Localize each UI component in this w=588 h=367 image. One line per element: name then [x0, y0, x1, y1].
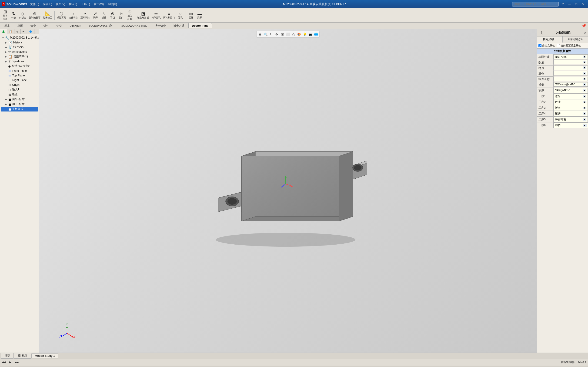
tab-sketch[interactable]: 草图	[14, 23, 26, 29]
tab-doctor-plus[interactable]: Doctor_Plus	[188, 23, 212, 28]
prop-dropdown-process3[interactable]: ▼	[583, 107, 586, 109]
view-btn-lights[interactable]: 💡	[302, 32, 307, 37]
tree-item-right-plane[interactable]: ▭ Right Plane	[1, 78, 38, 83]
tree-item-material[interactable]: ◈ 材质 <未指定>	[1, 64, 38, 68]
tab-custom-prop[interactable]: 自定义模...	[537, 36, 563, 43]
tab-basic[interactable]: 基本	[1, 23, 14, 29]
tab-evaluate[interactable]: 评估	[53, 23, 66, 29]
btn-fold[interactable]: ⤡ 折叠	[100, 11, 108, 20]
minimize-button[interactable]: ─	[567, 2, 572, 7]
bottom-tab-3dview[interactable]: 3D 视图	[14, 353, 31, 359]
btn-stretch-bend[interactable]: ↕ 拉伸切除	[68, 11, 79, 20]
prop-dropdown-quantity[interactable]: ▼	[583, 61, 586, 63]
prop-dropdown-process4[interactable]: ▼	[583, 112, 586, 115]
prop-dropdown-color[interactable]: ▼	[583, 72, 586, 75]
btn-fold-unfold[interactable]: 📐 边缘法兰	[42, 11, 53, 20]
btn-normal-cut[interactable]: ✂ 正常切除	[79, 11, 91, 20]
prop-value-process1[interactable]: 激光 ▼	[553, 93, 588, 99]
btn-form-tool[interactable]: ⬡ 成形工具	[56, 11, 67, 20]
view-btn-camera[interactable]: 📷	[308, 32, 313, 37]
view-btn-appearance[interactable]: 🎨	[297, 32, 302, 37]
right-panel-collapse[interactable]: 《	[538, 30, 543, 35]
btn-no-cut[interactable]: ⊗ 不切	[108, 11, 117, 20]
view-btn-scene[interactable]: 🌐	[313, 32, 319, 37]
btn-basic-flange[interactable]: ⊞ 基本 法兰	[1, 9, 9, 22]
view-btn-zoom-in[interactable]: 🔍	[263, 32, 268, 37]
checkbox-config-label[interactable]: 当前配置特定属性	[557, 44, 581, 47]
view-btn-section[interactable]: ▣	[280, 32, 285, 37]
prop-dropdown-material[interactable]: ▼	[583, 67, 586, 69]
prop-dropdown-partname[interactable]: ▼	[583, 78, 586, 80]
tree-item-process-fold1[interactable]: ▶ ◼ 加工-折弯1	[1, 102, 38, 107]
tab-sw-mbd[interactable]: SOLIDWORKS MBD	[118, 23, 151, 28]
menu-insert[interactable]: 插入(I)	[69, 2, 77, 6]
menu-help[interactable]: 帮助(H)	[107, 2, 117, 6]
prop-value-process2[interactable]: 数冲 ▼	[553, 99, 588, 105]
prop-value-process6[interactable]: 冲桥 ▼	[553, 122, 588, 128]
tab-weldment[interactable]: 焊件	[40, 23, 52, 29]
tree-item-expand-fold1[interactable]: ▶ ◼ 展平-折弯1	[1, 97, 38, 102]
right-panel-close[interactable]: ✕	[584, 31, 587, 35]
prop-value-process5[interactable]: 冲百叶窗 ▼	[553, 117, 588, 122]
tab-doctor-rect[interactable]: 博士方通	[170, 23, 188, 29]
tab-sw-plugins[interactable]: SOLIDWORKS 插件	[85, 23, 117, 29]
btn-sheet-control[interactable]: ≡ 薄片和圆口	[162, 11, 176, 20]
menu-tools[interactable]: 工具(T)	[81, 2, 90, 6]
properties-tab[interactable]: 📋	[7, 29, 14, 34]
view-btn-display[interactable]: ⬜	[285, 32, 291, 37]
tree-item-flat-pattern[interactable]: ◼ 平板型式	[1, 107, 38, 111]
prop-dropdown-process6[interactable]: ▼	[583, 124, 587, 127]
bottom-tab-motion[interactable]: Motion Study 1	[31, 353, 58, 359]
view-btn-zoom-fit[interactable]: ⊕	[258, 32, 263, 37]
prop-value-mass[interactable]: "SW-mass@<NE>" ▼	[553, 82, 588, 87]
checkbox-custom-label[interactable]: 自定义属性	[538, 44, 555, 47]
btn-insert[interactable]: ⊕ 插入 折弯	[126, 9, 134, 22]
tree-item-history[interactable]: ▶ 🕐 History	[1, 40, 38, 45]
bottom-tab-model[interactable]: 模型	[1, 353, 14, 359]
tree-item-sheet-metal[interactable]: ⊞ 钣金	[1, 92, 38, 97]
close-button[interactable]: ✕	[580, 2, 586, 7]
view-btn-hidden[interactable]: ◌	[291, 32, 296, 37]
tree-item-front-plane[interactable]: ▭ Front Plane	[1, 68, 38, 73]
prop-value-color[interactable]: ▼	[553, 71, 588, 75]
prop-value-surface[interactable]: RAL7035 ▼	[553, 54, 588, 59]
search-input[interactable]	[512, 2, 559, 7]
checkbox-config[interactable]	[557, 44, 560, 47]
prop-value-process4[interactable]: 压铆 ▼	[553, 111, 588, 117]
prop-dropdown-process2[interactable]: ▼	[583, 101, 586, 103]
btn-skew-sheet[interactable]: ◇ 斜钣金	[18, 11, 27, 20]
btn-cut[interactable]: ✄ 切口	[117, 11, 125, 20]
prop-dropdown-thickness[interactable]: ▼	[583, 89, 586, 92]
view-btn-rotate[interactable]: ↻	[269, 32, 274, 37]
viewport[interactable]: ⊕ 🔍 ↻ ✥ ▣ ⬜ ◌ 🎨 💡 📷 🌐	[39, 29, 537, 353]
config-tab[interactable]: ⚙	[14, 29, 21, 34]
btn-simple-straight[interactable]: ═ 简单直孔	[150, 11, 162, 20]
tab-refresh-template[interactable]: 刷新模板(S)	[563, 36, 588, 43]
tree-item-equations[interactable]: ▶ ∑ Equations	[1, 59, 38, 64]
btn-through-hole[interactable]: ○ 通孔	[176, 11, 185, 20]
tree-item-top-plane[interactable]: ▭ Top Plane	[1, 73, 38, 78]
help-button[interactable]: ?	[561, 2, 565, 7]
prop-dropdown-surface[interactable]: ▼	[583, 56, 586, 58]
status-playback-next[interactable]: ▶▶	[15, 361, 19, 364]
btn-flatten[interactable]: ▭ 展开	[187, 11, 195, 20]
checkbox-custom[interactable]	[538, 44, 542, 47]
tree-item-sensors[interactable]: ▶ 📡 Sensors	[1, 45, 38, 50]
prop-dropdown-mass[interactable]: ▼	[583, 83, 586, 86]
prop-dropdown-process5[interactable]: ▼	[583, 118, 586, 121]
tree-item-origin[interactable]: ⊕ Origin	[1, 83, 38, 87]
status-playback-prev[interactable]: ◀◀	[2, 361, 6, 364]
menu-view[interactable]: 视图(V)	[56, 2, 65, 6]
tab-dimxpert[interactable]: DimXpert	[66, 23, 85, 28]
btn-copy-bend[interactable]: ⊕ 复制的折弯	[28, 11, 42, 20]
btn-convert[interactable]: ↻ 转换	[9, 11, 18, 20]
tree-item-annotations[interactable]: ▶ ✏ Annotations	[1, 50, 38, 54]
prop-value-thickness[interactable]: "厚度@<NE>" ▼	[553, 88, 588, 93]
prop-value-process3[interactable]: 折弯 ▼	[553, 105, 588, 111]
btn-angle-corner[interactable]: ⬔ 钣金角撑板	[136, 11, 150, 20]
prop-value-material[interactable]: ▼	[553, 66, 588, 70]
btn-expand[interactable]: ⤢ 展开	[91, 11, 100, 20]
status-playback-play[interactable]: ▶	[9, 361, 11, 364]
motion-tab[interactable]: 🔷	[27, 29, 35, 34]
menu-file[interactable]: 文件(F)	[30, 2, 39, 6]
